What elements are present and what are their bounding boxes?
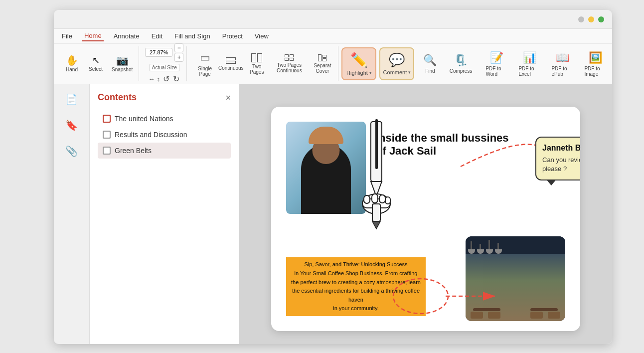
chair1 — [471, 312, 483, 319]
main-content: 📄 🔖 📎 Contents × The united Nations Resu… — [54, 84, 612, 344]
comment-label: Comment — [383, 69, 407, 75]
snapshot-label: Snapshot — [112, 67, 133, 72]
two-pages-cont-label: Two Pages Continuous — [274, 62, 305, 73]
floor-area — [466, 254, 565, 321]
lamp3 — [488, 240, 490, 254]
pdf-to-image-icon: 🖼️ — [589, 51, 602, 64]
view-modes-group: ▭ Single Page Continuous Two Pages — [190, 46, 338, 81]
app-window: File Home Annotate Edit Fill and Sign Pr… — [54, 10, 612, 344]
highlight-button[interactable]: ✏️ Highlight ▾ — [341, 47, 376, 80]
fit-width-icon[interactable]: ↔ — [149, 75, 155, 83]
continuous-label: Continuous — [218, 65, 244, 71]
two-pages-button[interactable]: Two Pages — [245, 51, 269, 77]
left-sidebar: 📄 🔖 📎 — [54, 84, 90, 344]
menu-bar: File Home Annotate Edit Fill and Sign Pr… — [54, 29, 612, 44]
pdf-to-epub-button[interactable]: 📖 PDF to ePub — [547, 49, 577, 79]
title-bar — [54, 10, 612, 29]
hand-icon: ✋ — [66, 55, 78, 65]
person-hat — [309, 127, 343, 144]
two-pages-label: Two Pages — [248, 64, 266, 75]
pdf-to-excel-button[interactable]: 📊 PDF to Excel — [514, 49, 544, 79]
pdf-page: Inside the small bussines of Jack Sail S… — [271, 107, 580, 331]
comment-author: Janneth B. — [542, 144, 580, 153]
svg-marker-10 — [372, 221, 380, 229]
undo-button[interactable]: ↺ — [162, 73, 170, 85]
contents-item-nations[interactable]: The united Nations — [98, 111, 231, 127]
menu-view[interactable]: View — [253, 31, 271, 41]
hand-label: Hand — [66, 67, 78, 72]
compress-button[interactable]: 🗜️ Compress — [446, 52, 476, 76]
menu-edit[interactable]: Edit — [150, 31, 164, 41]
zoom-out-button[interactable]: + — [174, 53, 183, 62]
single-page-label: Single Page — [196, 66, 214, 77]
sidebar-bookmark-icon[interactable]: 🔖 — [63, 116, 81, 134]
comment-text: Can you review this text please ? — [542, 156, 580, 174]
menu-protect[interactable]: Protect — [220, 31, 245, 41]
menu-home[interactable]: Home — [82, 31, 104, 41]
comment-bubble: Janneth B. Can you review this text plea… — [535, 137, 580, 180]
comment-button[interactable]: 💬 Comment ▾ — [379, 47, 414, 80]
menu-annotate[interactable]: Annotate — [112, 31, 142, 41]
hand-tool-button[interactable]: ✋ Hand — [61, 53, 83, 74]
contents-title: Contents — [98, 92, 137, 103]
traffic-light-gray[interactable] — [578, 16, 584, 22]
ribbon: ✋ Hand ↖ Select 📷 Snapshot — [54, 44, 612, 84]
person-photo — [286, 122, 366, 214]
traffic-light-green[interactable] — [598, 16, 604, 22]
page-header: Inside the small bussines of Jack Sail — [286, 122, 565, 214]
lamp1 — [471, 241, 472, 254]
chair2 — [488, 312, 500, 319]
pdf-to-word-icon: 📝 — [490, 51, 503, 64]
menu-file[interactable]: File — [60, 31, 74, 41]
sidebar-page-icon[interactable]: 📄 — [63, 90, 81, 108]
find-label: Find — [425, 68, 435, 74]
two-pages-icon — [251, 53, 262, 62]
lamp2 — [480, 244, 481, 254]
coffee-shop-image — [466, 236, 565, 321]
two-pages-cont-icon — [285, 54, 294, 61]
zoom-in-button[interactable]: − — [174, 43, 183, 52]
two-pages-cont-button[interactable]: Two Pages Continuous — [271, 52, 308, 75]
basic-tools-group: ✋ Hand ↖ Select 📷 Snapshot — [58, 46, 139, 81]
pdf-to-image-label: PDF to Image — [584, 66, 606, 77]
select-label: Select — [89, 66, 103, 72]
fit-page-icon[interactable]: ↕ — [157, 75, 161, 83]
zoom-input[interactable] — [145, 48, 172, 57]
contents-item-icon-nations — [103, 115, 111, 123]
sidebar-attachment-icon[interactable]: 📎 — [63, 142, 81, 160]
contents-item-results[interactable]: Results and Discussion — [98, 127, 231, 143]
highlight-label: Highlight — [346, 70, 368, 76]
contents-item-green-belts[interactable]: Green Belts — [98, 143, 231, 159]
comment-icon: 💬 — [389, 52, 405, 68]
document-area: Inside the small bussines of Jack Sail S… — [239, 84, 612, 344]
toolbar-container: File Home Annotate Edit Fill and Sign Pr… — [54, 29, 612, 84]
undo-redo-group: ↺ ↻ — [162, 73, 180, 85]
zoom-group: − + Actual Size ↔ ↕ ↺ ↻ — [142, 46, 187, 81]
highlighted-text-block: Sip, Savor, and Thrive: Unlocking Succes… — [286, 257, 426, 316]
highlight-dropdown-arrow[interactable]: ▾ — [369, 70, 372, 75]
find-button[interactable]: 🔍 Find — [420, 52, 440, 76]
continuous-icon — [226, 57, 236, 64]
contents-item-icon-green-belts — [103, 147, 111, 155]
menu-fill-sign[interactable]: Fill and Sign — [172, 31, 212, 41]
contents-close-button[interactable]: × — [225, 93, 231, 102]
contents-panel: Contents × The united Nations Results an… — [90, 84, 239, 344]
actual-size-controls: Actual Size — [150, 64, 179, 71]
separate-cover-button[interactable]: Separat Cover — [310, 52, 335, 76]
pdf-to-image-button[interactable]: 🖼️ PDF to Image — [580, 49, 610, 79]
pdf-to-epub-icon: 📖 — [556, 51, 569, 64]
pdf-to-word-button[interactable]: 📝 PDF to Word — [482, 49, 511, 79]
separate-cover-icon — [318, 54, 326, 61]
compress-icon: 🗜️ — [454, 54, 468, 67]
contents-header: Contents × — [98, 92, 231, 103]
continuous-button[interactable]: Continuous — [219, 55, 243, 73]
redo-button[interactable]: ↻ — [172, 73, 180, 85]
comment-dropdown-arrow[interactable]: ▾ — [408, 70, 411, 75]
actual-size-button[interactable]: Actual Size — [150, 64, 179, 71]
single-page-button[interactable]: ▭ Single Page — [193, 49, 217, 79]
traffic-light-yellow[interactable] — [588, 16, 594, 22]
single-page-icon: ▭ — [200, 51, 210, 64]
snapshot-tool-button[interactable]: 📷 Snapshot — [109, 53, 136, 74]
select-tool-button[interactable]: ↖ Select — [85, 54, 107, 74]
highlight-icon: ✏️ — [350, 52, 368, 68]
